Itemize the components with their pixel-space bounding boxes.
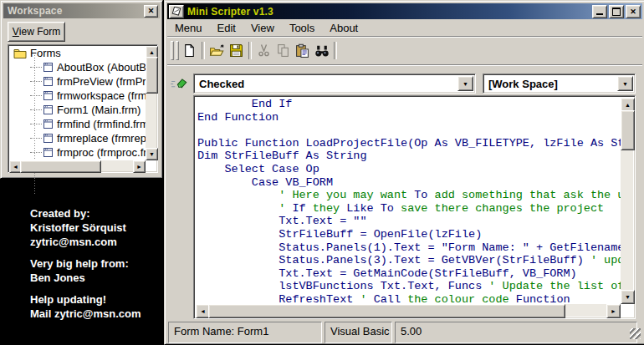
credits-line: Ben Jones bbox=[30, 271, 141, 285]
scrollbar-thumb[interactable] bbox=[20, 160, 101, 173]
form-icon bbox=[43, 90, 54, 101]
code-line: ' If they Like To save there changes the… bbox=[197, 202, 621, 216]
maximize-icon bbox=[612, 8, 621, 16]
new-document-icon bbox=[182, 43, 197, 58]
menu-item-menu[interactable]: Menu bbox=[167, 20, 210, 36]
main-window: Mini Scripter v1.3 ✕ MenuEditViewToolsAb… bbox=[164, 0, 644, 345]
form-icon bbox=[43, 147, 54, 158]
code-line: ' Here you may want To add something tha… bbox=[197, 189, 621, 202]
code-line: Public Function LoadProjectFile(Op As VB… bbox=[197, 137, 621, 150]
tree-connector bbox=[30, 152, 42, 154]
tree-item-frmproc[interactable]: frmproc (frmproc.frm) bbox=[9, 145, 146, 160]
open-file-button[interactable] bbox=[207, 41, 227, 61]
code-line: End Function bbox=[197, 111, 621, 124]
tree-item-frmreplace[interactable]: frmreplace (frmreplace bbox=[9, 131, 146, 145]
menu-item-about[interactable]: About bbox=[322, 20, 365, 36]
folder-icon bbox=[13, 48, 27, 58]
menu-item-edit[interactable]: Edit bbox=[210, 20, 243, 36]
tree-item-frmfind[interactable]: frmfind (frmfind.frm) bbox=[9, 117, 146, 131]
maximize-button[interactable] bbox=[609, 5, 624, 18]
scrollbar-thumb[interactable] bbox=[621, 110, 635, 150]
tree-connector bbox=[30, 67, 42, 68]
workspace-title: Workspace bbox=[8, 5, 144, 17]
scope-combobox[interactable]: [Work Space] ▼ bbox=[483, 74, 636, 94]
code-line: End If bbox=[197, 98, 621, 111]
dropdown-button[interactable]: ▼ bbox=[457, 76, 473, 91]
find-button[interactable] bbox=[312, 41, 331, 61]
scroll-right-button[interactable]: ► bbox=[133, 160, 146, 173]
screen: Workspace ✕ View Form FormsAboutBox (Abo… bbox=[0, 0, 644, 345]
tree-item-label: frmworkspace (frmwor bbox=[57, 89, 146, 102]
tree-item-frmworkspace[interactable]: frmworkspace (frmwor bbox=[9, 89, 146, 103]
tree-vertical-scrollbar[interactable]: ▲ ▼ bbox=[146, 46, 156, 160]
menu-bar: MenuEditViewToolsAbout bbox=[167, 19, 642, 36]
tree-connector bbox=[30, 109, 42, 111]
new-document-button[interactable] bbox=[180, 41, 199, 61]
form-icon bbox=[43, 104, 54, 115]
tree-item-label: frmproc (frmproc.frm) bbox=[57, 146, 146, 159]
window-title: Mini Scripter v1.3 bbox=[187, 6, 592, 18]
tree-item-label: frmfind (frmfind.frm) bbox=[57, 118, 146, 130]
credits-line: zytric@msn.com bbox=[30, 235, 141, 249]
dropdown-button[interactable]: ▼ bbox=[617, 76, 633, 91]
code-line: Txt.Text = "" bbox=[197, 215, 621, 228]
copy-button bbox=[273, 41, 293, 61]
toolbar-separator bbox=[202, 42, 205, 59]
close-button[interactable]: ✕ bbox=[626, 5, 641, 18]
paste-button[interactable] bbox=[293, 41, 312, 61]
credits-text: Created by:Kristoffer Sörquistzytric@msn… bbox=[30, 206, 141, 321]
editor-horizontal-scrollbar[interactable]: ◄ ► bbox=[196, 304, 621, 317]
credits-line: Mail zytric@msn.com bbox=[30, 307, 141, 321]
scope-combobox-value: [Work Space] bbox=[485, 76, 619, 91]
credits-line bbox=[30, 249, 141, 256]
app-icon bbox=[169, 5, 184, 18]
tree-connector bbox=[30, 95, 42, 97]
tree-horizontal-scrollbar[interactable]: ◄ ► bbox=[9, 160, 146, 171]
code-editor[interactable]: End IfEnd FunctionPublic Function LoadPr… bbox=[193, 95, 636, 319]
code-area[interactable]: End IfEnd FunctionPublic Function LoadPr… bbox=[195, 97, 621, 305]
scroll-right-icon: ► bbox=[611, 308, 616, 314]
tree-item-forms-root[interactable]: Forms bbox=[9, 46, 146, 60]
resize-grip[interactable] bbox=[630, 328, 641, 339]
code-line: StrFileBuff = OpenFile(lzFile) bbox=[197, 228, 621, 241]
copy-icon bbox=[276, 43, 290, 58]
scrollbar-thumb[interactable] bbox=[208, 304, 565, 318]
credits-line: Very big help from: bbox=[30, 256, 141, 271]
scrollbar-thumb[interactable] bbox=[146, 57, 158, 94]
form-icon bbox=[43, 76, 54, 87]
paste-icon bbox=[295, 43, 309, 58]
tree-item-form1[interactable]: Form1 (Main.frm) bbox=[9, 103, 146, 117]
tree-item-label: Forms bbox=[30, 47, 61, 59]
main-titlebar: Mini Scripter v1.3 ✕ bbox=[167, 3, 642, 19]
close-icon: ✕ bbox=[630, 8, 636, 16]
view-form-button[interactable]: View Form bbox=[8, 22, 65, 42]
toolbar-grip[interactable] bbox=[171, 41, 174, 60]
scroll-right-button[interactable]: ► bbox=[606, 304, 621, 318]
toolbar-grip bbox=[176, 41, 179, 60]
workspace-close-button[interactable]: ✕ bbox=[144, 5, 158, 18]
code-line: Case VB_FORM bbox=[197, 176, 621, 190]
tree-item-frmpreview[interactable]: frmPreView (frmPreVie bbox=[9, 74, 146, 89]
save-file-button[interactable] bbox=[227, 41, 246, 61]
menu-item-view[interactable]: View bbox=[243, 20, 282, 36]
tree-item-label: AboutBox (AboutBox.f bbox=[57, 61, 146, 74]
form-icon bbox=[43, 119, 54, 129]
code-line: Status.Panels(3).Text = GetVBVer(StrFile… bbox=[197, 254, 621, 267]
credits-line: Created by: bbox=[30, 206, 141, 221]
filter-combobox-value: Checked bbox=[196, 76, 459, 91]
scroll-down-button[interactable]: ▼ bbox=[621, 290, 635, 304]
filter-combobox[interactable]: Checked ▼ bbox=[193, 74, 476, 94]
menu-item-tools[interactable]: Tools bbox=[282, 20, 322, 36]
editor-vertical-scrollbar[interactable]: ▲ ▼ bbox=[621, 98, 633, 304]
toolbar-separator bbox=[248, 42, 252, 59]
scroll-right-icon: ► bbox=[136, 164, 142, 170]
scroll-up-icon: ▲ bbox=[625, 102, 631, 108]
scroll-up-icon: ▲ bbox=[149, 49, 155, 55]
minimize-button[interactable] bbox=[592, 5, 607, 18]
tree-item-aboutbox[interactable]: AboutBox (AboutBox.f bbox=[9, 60, 146, 74]
code-line: Status.Panels(1).Text = "Form Name: " + … bbox=[197, 241, 621, 255]
status-form-name: Form Name: Form1 bbox=[168, 322, 322, 343]
scroll-down-button[interactable]: ▼ bbox=[146, 148, 158, 160]
code-line bbox=[197, 124, 621, 137]
scroll-down-icon: ▼ bbox=[149, 151, 155, 157]
